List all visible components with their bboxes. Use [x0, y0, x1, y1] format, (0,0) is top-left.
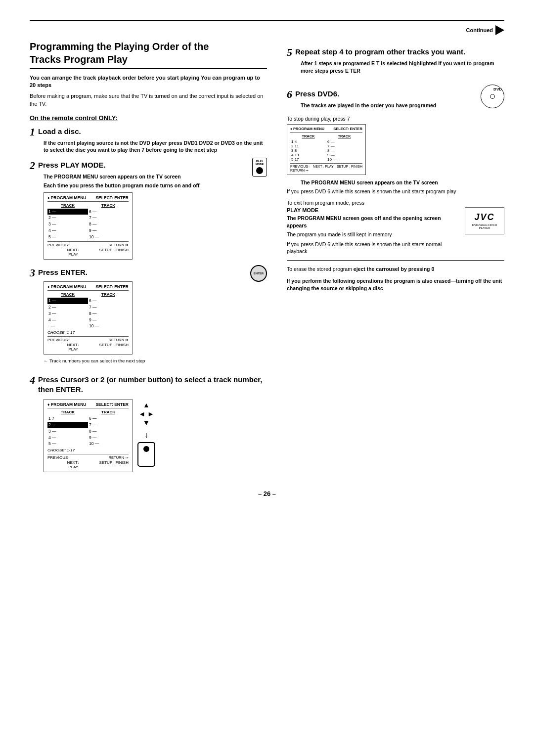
jvc-logo: JVC: [474, 212, 494, 222]
stop-r1b: 6 —: [326, 139, 362, 144]
jvc-box: JVC DVD/Video-CD/CD PLAYER: [465, 207, 504, 234]
step6-screen-note2: If you press DVD 6 while this screen is …: [287, 188, 504, 195]
step2-text: Press PLAY MODE.: [38, 160, 247, 170]
step4-row4: 4 —: [47, 435, 88, 441]
exit-section: To exit from program mode, press PLAY MO…: [287, 200, 504, 255]
left-column: Programming the Playing Order of the Tra…: [30, 40, 267, 475]
exit-note4: If you press DVD 6 while this screen is …: [287, 241, 459, 255]
step3-number: 3: [30, 267, 35, 278]
step5-number: 5: [287, 47, 292, 58]
subsection-title: On the remote control ONLY:: [30, 114, 267, 122]
step4-screen-cols: TRACK 1 7 2 — 3 — 4 — 5 — TRACK 6 —: [47, 410, 129, 447]
step3-row1b: 6 —: [88, 298, 129, 304]
stop-screen-footer: PREVIOUS↑ NEXT↓ PLAY SETUP : FINISH: [290, 163, 362, 168]
step6-text: Press DVD6.: [295, 89, 475, 99]
step4-row5b: 10 —: [88, 441, 129, 447]
step2-row2b: 7 —: [88, 215, 129, 221]
cursor-arrows-icon: ▲ ◄ ► ▼: [137, 401, 155, 427]
dvd-disc-icon: DVD: [481, 85, 504, 108]
step2-col1: TRACK 1 — 2 — 3 — 4 — 5 —: [47, 203, 88, 240]
step3-row4: 4 —: [47, 317, 88, 323]
stop-r1: 1 4: [290, 139, 326, 144]
erase-note2: If you perform the following operations …: [287, 277, 504, 293]
step4-row5: 5 —: [47, 441, 88, 447]
step2-row4: 4 —: [47, 227, 88, 234]
step4-col2: TRACK 6 — 7 — 8 — 9 — 10 —: [88, 410, 129, 447]
step3-row1: 1 —: [47, 298, 88, 304]
exit-note2: The PROGRAM MENU screen goes off and the…: [287, 215, 459, 229]
remote-icon: [137, 442, 155, 467]
step6-header: 6 Press DVD6.: [287, 89, 475, 100]
step6-screen-note-bold: The PROGRAM MENU screen appears on the T…: [301, 179, 504, 186]
step3-row3b: 8 —: [88, 311, 129, 317]
left-arrow-icon: ◄: [138, 410, 145, 418]
step4-row3b: 8 —: [88, 428, 129, 435]
step2-screen: ♦ PROGRAM MENU SELECT: ENTER TRACK 1 — 2…: [44, 192, 133, 260]
step4-row2b: 7 —: [88, 422, 129, 428]
step3-screen-footer: PREVIOUS↑ RETURN ⇒: [47, 336, 129, 342]
step4-container: 4 Press Cursor3 or 2 (or number button) …: [30, 370, 267, 475]
step3-row2b: 7 —: [88, 304, 129, 311]
exit-note: To exit from program mode, press: [287, 200, 504, 206]
page: Continued Programming the Playing Order …: [0, 0, 534, 756]
step2-row2: 2 —: [47, 215, 88, 221]
step3-container: 3 Press ENTER. ♦ PROGRAM MENU SELECT: EN…: [30, 263, 267, 364]
step3-enter-icon: ENTER: [250, 265, 267, 282]
stop-r5: 5 17: [290, 157, 326, 162]
exit-content: PLAY MODE The PROGRAM MENU screen goes o…: [287, 207, 504, 255]
step2-return: RETURN ⇒: [109, 243, 129, 247]
exit-text: PLAY MODE The PROGRAM MENU screen goes o…: [287, 207, 459, 255]
step3-col2: TRACK 6 — 7 — 8 — 9 — 10 —: [88, 292, 129, 329]
stop-section: To stop during play, press 7 ♦ PROGRAM M…: [287, 116, 504, 195]
step2-screen-title: ♦ PROGRAM MENU SELECT: ENTER: [47, 195, 129, 202]
step4-row4b: 9 —: [88, 435, 129, 441]
step4-icons: ▲ ◄ ► ▼ ↓: [137, 401, 155, 467]
step2-container: 2 Press PLAY MODE. The PROGRAM MENU scre…: [30, 155, 267, 263]
step6-content: 6 Press DVD6. The tracks are played in t…: [287, 82, 475, 111]
step4-row2: 2 —: [47, 422, 88, 428]
step3-screen: ♦ PROGRAM MENU SELECT: ENTER TRACK 1 — 2…: [44, 281, 133, 355]
playmode-button-icon: PLAY MODE: [252, 158, 267, 177]
step2-content: 2 Press PLAY MODE. The PROGRAM MENU scre…: [30, 155, 247, 263]
divider-line: [287, 260, 504, 261]
stop-r5b: 10 —: [326, 157, 362, 162]
step4-row3: 3 —: [47, 428, 88, 435]
step3-return: RETURN ⇒: [109, 338, 129, 342]
stop-r2: 2 11: [290, 144, 326, 148]
step3-text: Press ENTER.: [38, 267, 245, 277]
stop-r3b: 8 —: [326, 148, 362, 153]
section-title: Programming the Playing Order of the Tra…: [30, 40, 267, 69]
stop-note: To stop during play, press 7: [287, 116, 504, 122]
exit-note3: The program you made is still kept in me…: [287, 231, 459, 238]
jvc-box-container: JVC DVD/Video-CD/CD PLAYER: [465, 207, 504, 234]
step2-col2: TRACK 6 — 7 — 8 — 9 — 10 —: [88, 203, 129, 240]
two-column-layout: Programming the Playing Order of the Tra…: [30, 40, 504, 475]
stop-col1: TRACK 1 4 2 11 3 8 4 13 5 17: [290, 134, 326, 162]
step3-row5: —: [47, 323, 88, 329]
step6-note-bold: The tracks are played in the order you h…: [301, 102, 475, 109]
down-arrow-icon: ▼: [143, 419, 150, 427]
step2-row1: 1 —: [47, 209, 88, 215]
stop-r4b: 9 —: [326, 153, 362, 157]
step1-text: Load a disc.: [38, 127, 267, 136]
intro-normal-text: Before making a program, make sure that …: [30, 92, 267, 108]
stop-r3: 3 8: [290, 148, 326, 153]
step1-header: 1 Load a disc.: [30, 127, 267, 137]
step4-screen-wrap: ♦ PROGRAM MENU SELECT: ENTER TRACK 1 7 2…: [30, 396, 267, 475]
step2-playmode-icon: PLAY MODE: [252, 158, 267, 177]
step4-header: 4 Press Cursor3 or 2 (or number button) …: [30, 375, 267, 394]
right-column: 5 Repeat step 4 to program other tracks …: [287, 40, 504, 475]
step5-header: 5 Repeat step 4 to program other tracks …: [287, 47, 504, 58]
step3-row3: 3 —: [47, 311, 88, 317]
continued-arrow-icon: [495, 25, 504, 35]
up-arrow-icon: ▲: [143, 401, 150, 409]
step4-screen: ♦ PROGRAM MENU SELECT: ENTER TRACK 1 7 2…: [44, 399, 133, 472]
step3-screen-title: ♦ PROGRAM MENU SELECT: ENTER: [47, 284, 129, 291]
stop-screen-title: ♦ PROGRAM MENU SELECT: ENTER: [290, 127, 362, 133]
playmode-label: PLAY MODE: [254, 160, 266, 166]
page-number: – 26 –: [30, 490, 504, 497]
top-border: [30, 20, 504, 21]
step6-number: 6: [287, 89, 292, 100]
step3-row2: 2 —: [47, 304, 88, 311]
step3-row4b: 9 —: [88, 317, 129, 323]
